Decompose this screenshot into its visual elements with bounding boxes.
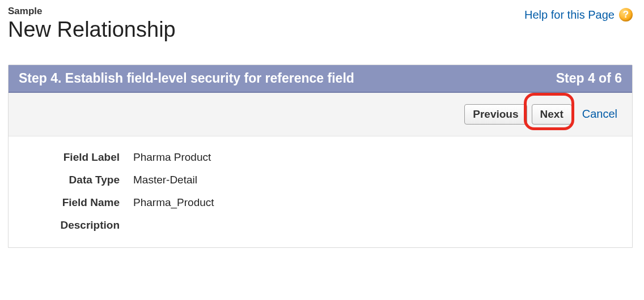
help-link-label: Help for this Page bbox=[524, 8, 615, 22]
form-body: Field Label Pharma Product Data Type Mas… bbox=[9, 136, 632, 247]
form-value: Master-Detail bbox=[133, 174, 197, 186]
wizard-step-title: Step 4. Establish field-level security f… bbox=[19, 71, 354, 86]
breadcrumb: Sample bbox=[8, 6, 176, 17]
action-bar: Previous Next Cancel bbox=[9, 93, 632, 136]
form-label: Field Name bbox=[20, 196, 133, 209]
form-row-field-name: Field Name Pharma_Product bbox=[20, 196, 621, 209]
help-link[interactable]: Help for this Page ? bbox=[524, 6, 633, 22]
form-label: Data Type bbox=[20, 174, 133, 186]
form-value: Pharma_Product bbox=[133, 196, 214, 209]
page-title: New Relationship bbox=[8, 18, 176, 42]
form-row-data-type: Data Type Master-Detail bbox=[20, 174, 621, 186]
form-label: Description bbox=[20, 219, 133, 232]
previous-button[interactable]: Previous bbox=[464, 104, 527, 125]
cancel-link[interactable]: Cancel bbox=[582, 108, 617, 121]
wizard-header: Step 4. Establish field-level security f… bbox=[9, 65, 632, 93]
next-button[interactable]: Next bbox=[532, 104, 572, 125]
form-label: Field Label bbox=[20, 151, 133, 164]
wizard-panel: Step 4. Establish field-level security f… bbox=[8, 65, 633, 248]
form-value: Pharma Product bbox=[133, 151, 211, 164]
help-icon: ? bbox=[619, 8, 633, 22]
form-row-field-label: Field Label Pharma Product bbox=[20, 151, 621, 164]
wizard-step-count: Step 4 of 6 bbox=[556, 71, 622, 86]
form-row-description: Description bbox=[20, 219, 621, 232]
